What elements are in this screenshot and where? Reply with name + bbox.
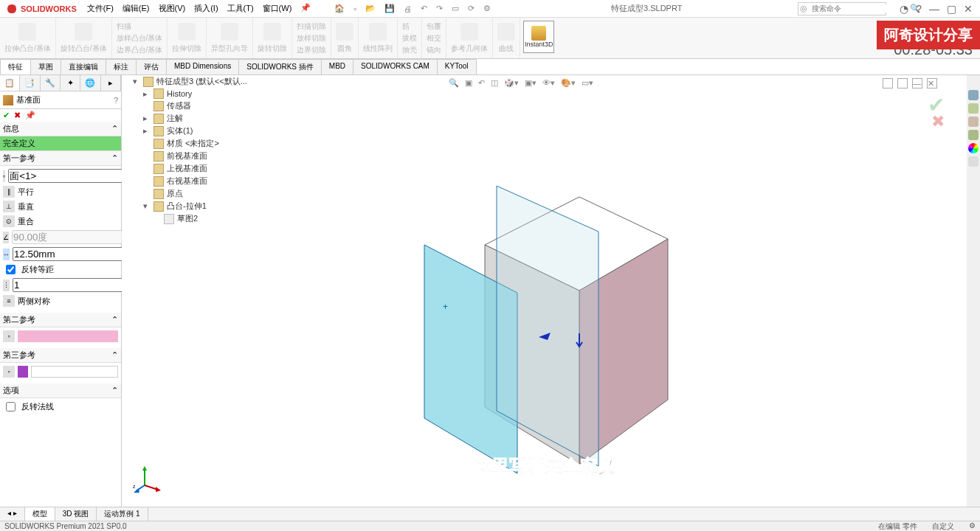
angle-icon[interactable]: ∠ [3, 232, 9, 243]
ribbon-shell[interactable]: 抽壳 [402, 45, 417, 55]
ribbon-sweep[interactable]: 扫描 [117, 21, 163, 32]
hide-show-icon[interactable]: 👁▾ [542, 78, 555, 88]
tab-addins[interactable]: SOLIDWORKS 插件 [238, 59, 322, 74]
rebuild-icon[interactable]: ⟳ [463, 4, 479, 13]
status-custom[interactable]: 自定义 [932, 521, 954, 532]
tab-mbd[interactable]: MBD [321, 59, 353, 74]
tree-material[interactable]: 材质 <未指定> [143, 137, 247, 150]
zoom-fit-icon[interactable]: 🔍 [449, 78, 459, 88]
help-icon[interactable]: ? [114, 96, 118, 105]
ribbon-sweep-cut[interactable]: 扫描切除 [297, 21, 326, 32]
ribbon-fillet[interactable]: 圆角 [331, 18, 359, 58]
ribbon-rib[interactable]: 筋 [402, 21, 417, 32]
ribbon-linear-pattern[interactable]: 线性阵列 [359, 18, 398, 58]
save-icon[interactable]: 💾 [380, 4, 399, 13]
ribbon-intersect[interactable]: 相交 [427, 33, 441, 44]
print-icon[interactable]: 🖨 [399, 4, 416, 13]
ribbon-wrap[interactable]: 包覆 [427, 21, 441, 32]
instances-icon[interactable]: ⋮ [3, 280, 10, 291]
minimize-icon[interactable]: — [929, 3, 939, 15]
tree-root[interactable]: ▾特征成型3 (默认<<默认... [133, 75, 247, 88]
cancel-icon[interactable]: ✖ [14, 111, 21, 120]
vp-2[interactable] [897, 78, 908, 88]
menu-file[interactable]: 文件(F) [83, 3, 118, 14]
tree-right-plane[interactable]: 右视基准面 [143, 175, 247, 187]
vp-close[interactable]: ✕ [927, 78, 937, 88]
section-view-icon[interactable]: ◫ [491, 78, 498, 88]
tree-solid-bodies[interactable]: ▸实体(1) [143, 125, 247, 137]
tab-markup[interactable]: 标注 [106, 59, 137, 74]
menu-tools[interactable]: 工具(T) [223, 3, 258, 14]
ref2-color[interactable] [18, 330, 118, 342]
tab-kytool[interactable]: KYTool [437, 59, 477, 74]
tree-history[interactable]: ▸History [143, 88, 247, 100]
feature-manager-tab[interactable]: 📋 [0, 75, 20, 91]
btab-motion[interactable]: 运动算例 1 [97, 507, 148, 521]
ribbon-hole-wizard[interactable]: 异型孔向导 [207, 18, 253, 58]
taskpane-view-icon[interactable] [968, 130, 979, 140]
tab-features[interactable]: 特征 [0, 59, 31, 74]
ribbon-revolve-cut[interactable]: 旋转切除 [253, 18, 292, 58]
section-ref1[interactable]: 第一参考⌃ [0, 151, 121, 166]
options-icon[interactable]: ⚙ [479, 4, 495, 13]
ref3-color[interactable] [18, 366, 28, 378]
tree-extrude-feature[interactable]: ▾凸台-拉伸1 [143, 200, 247, 212]
tab-evaluate[interactable]: 评估 [136, 59, 167, 74]
taskpane-home-icon[interactable] [968, 90, 979, 100]
menu-view[interactable]: 视图(V) [154, 3, 190, 14]
flip-normal-check[interactable] [6, 402, 15, 412]
menu-pin-icon[interactable]: 📌 [296, 3, 315, 14]
new-icon[interactable]: ▫ [349, 4, 361, 13]
status-gear-icon[interactable]: ⚙ [969, 521, 976, 532]
btab-3dview[interactable]: 3D 视图 [55, 507, 97, 521]
undo-icon[interactable]: ↶ [416, 4, 432, 13]
tab-direct-edit[interactable]: 直接编辑 [61, 59, 106, 74]
graphics-cancel-icon[interactable]: ✖ [931, 112, 945, 131]
pushpin-icon[interactable]: 📌 [25, 111, 35, 120]
apply-scene-icon[interactable]: ▭▾ [582, 78, 593, 88]
ribbon-loft-cut[interactable]: 放样切除 [297, 33, 326, 44]
view-orient-icon[interactable]: 🎲▾ [504, 78, 519, 88]
tree-origin[interactable]: 原点 [143, 187, 247, 200]
redo-icon[interactable]: ↷ [432, 4, 447, 13]
taskpane-design-icon[interactable] [968, 117, 979, 127]
ribbon-boundary-cut[interactable]: 边界切除 [297, 45, 326, 55]
property-tab[interactable]: 📑 [20, 75, 40, 91]
zoom-area-icon[interactable]: ▣ [465, 78, 472, 88]
prev-view-icon[interactable]: ↶ [478, 78, 485, 88]
tab-sketch[interactable]: 草图 [30, 59, 61, 74]
section-ref3[interactable]: 第三参考⌃ [0, 348, 121, 363]
ok-icon[interactable]: ✔ [3, 111, 10, 120]
menu-window[interactable]: 窗口(W) [258, 3, 297, 14]
config-tab[interactable]: 🔧 [41, 75, 61, 91]
help-icon[interactable]: ? [916, 3, 922, 15]
section-info[interactable]: 信息⌃ [0, 122, 121, 136]
tree-sketch2[interactable]: 草图2 [153, 212, 247, 225]
menu-insert[interactable]: 插入(I) [190, 3, 222, 14]
tree-annotations[interactable]: ▸注解 [143, 112, 247, 125]
sym-icon[interactable]: ≡ [3, 295, 15, 307]
ribbon-extrude-boss[interactable]: 拉伸凸台/基体 [0, 18, 56, 58]
select-icon[interactable]: ▭ [447, 4, 463, 13]
close-icon[interactable]: ✕ [964, 3, 973, 15]
tab-mbd-dim[interactable]: MBD Dimensions [166, 59, 239, 74]
ribbon-instant3d[interactable]: Instant3D [523, 21, 554, 53]
ribbon-extrude-cut[interactable]: 拉伸切除 [168, 18, 207, 58]
perp-icon[interactable]: ⊥ [3, 201, 15, 212]
display-style-icon[interactable]: ▣▾ [525, 78, 536, 88]
taskpane-resources-icon[interactable] [968, 103, 979, 114]
tree-sensors[interactable]: 传感器 [143, 100, 247, 112]
tab-cam[interactable]: SOLIDWORKS CAM [353, 59, 438, 74]
taskpane-appearance-icon[interactable] [968, 143, 979, 153]
ribbon-revolve-boss[interactable]: 旋转凸台/基体 [56, 18, 112, 58]
home-icon[interactable]: 🏠 [330, 4, 349, 13]
display-tab[interactable]: 🌐 [80, 75, 100, 91]
ribbon-ref-geom[interactable]: 参考几何体 [446, 18, 493, 58]
dist-icon[interactable]: ↔ [3, 249, 10, 260]
dimxpert-tab[interactable]: ✦ [61, 75, 80, 91]
menu-edit[interactable]: 编辑(E) [118, 3, 154, 14]
ref2-icon[interactable]: ▫ [3, 330, 15, 342]
search-bar[interactable]: ◎ 🔍 [798, 2, 886, 15]
flip-offset-check[interactable] [6, 265, 15, 274]
coinc-icon[interactable]: ⊙ [3, 215, 15, 227]
